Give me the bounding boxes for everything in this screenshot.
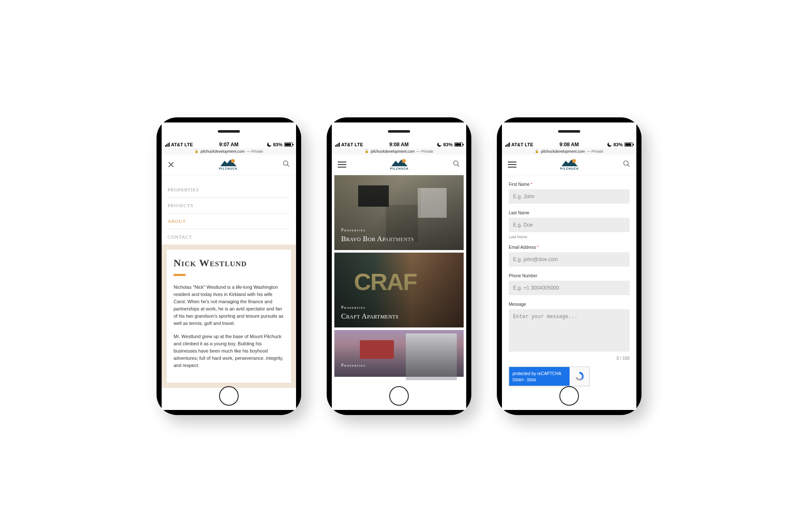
about-card: Nick Westlund Nicholas "Nick" Westlund i…	[167, 250, 291, 383]
home-button[interactable]	[219, 386, 239, 406]
battery-percent: 83%	[273, 142, 282, 147]
last-name-label: Last Name	[509, 211, 630, 215]
phone-label: Phone Number	[509, 273, 630, 278]
dnd-icon	[267, 142, 271, 147]
site-logo[interactable]: PILCHUCK	[219, 159, 238, 170]
status-time: 9:08 AM	[559, 142, 579, 148]
status-bar: AT&T LTE 9:08 AM 83%	[502, 122, 636, 148]
nav-item-contact[interactable]: Contact	[168, 229, 290, 245]
recaptcha-badge[interactable]: protected by reCAPTCHA Privacy - Terms	[509, 367, 590, 386]
phone-mockup-about: AT&T LTE 9:07 AM 83% 🔒pilchuckdevelopmen…	[157, 117, 301, 415]
property-title: Craft Apartments	[341, 312, 457, 321]
site-logo[interactable]: PILCHUCK	[390, 159, 409, 170]
site-header: PILCHUCK	[502, 155, 636, 175]
property-card-hampton[interactable]: Properties	[334, 330, 464, 377]
battery-icon	[284, 142, 293, 147]
property-card-craft[interactable]: Properties Craft Apartments	[334, 253, 464, 327]
first-name-input[interactable]	[509, 189, 630, 204]
lock-icon: 🔒	[194, 149, 199, 153]
char-counter: 0 / 180	[509, 356, 630, 361]
property-title: Bravo Bob Apartments	[341, 235, 457, 243]
property-category: Properties	[341, 305, 457, 310]
email-label: Email Address *	[509, 245, 630, 250]
about-paragraph-2: Mr. Westlund grew up at the base of Moun…	[174, 333, 284, 369]
svg-point-4	[453, 161, 458, 165]
phone-mockup-contact: AT&T LTE 9:08 AM 83% 🔒pilchuckdevelopmen…	[497, 117, 641, 415]
browser-url-bar[interactable]: 🔒pilchuckdevelopment.com — Private	[162, 148, 296, 155]
nav-item-about[interactable]: About	[168, 213, 290, 229]
message-label: Message	[509, 302, 630, 307]
carrier-label: AT&T LTE	[171, 142, 193, 147]
svg-point-7	[624, 161, 628, 165]
menu-icon[interactable]	[508, 162, 516, 168]
email-input[interactable]	[509, 252, 630, 267]
status-time: 9:08 AM	[389, 142, 409, 148]
home-button[interactable]	[559, 386, 579, 406]
phone-mockup-properties: AT&T LTE 9:08 AM 83% 🔒pilchuckdevelopmen…	[327, 117, 471, 415]
svg-line-8	[627, 165, 630, 167]
property-card-bravo-bob[interactable]: Properties Bravo Bob Apartments	[334, 175, 464, 250]
last-name-input[interactable]	[509, 218, 630, 232]
accent-bar	[174, 274, 185, 276]
home-button[interactable]	[389, 386, 409, 406]
about-paragraph-1: Nicholas "Nick" Westlund is a life-long …	[174, 284, 284, 327]
site-logo[interactable]: PILCHUCK	[560, 159, 579, 170]
nav-menu: Properties Projects About Contact	[162, 175, 296, 245]
dnd-icon	[607, 142, 612, 147]
property-category: Properties	[341, 363, 457, 367]
about-heading: Nick Westlund	[174, 257, 284, 269]
close-menu-icon[interactable]	[168, 161, 174, 168]
browser-url-bar[interactable]: 🔒pilchuckdevelopment.com — Private	[332, 148, 466, 155]
status-time: 9:07 AM	[219, 142, 239, 148]
search-icon[interactable]	[453, 160, 460, 169]
recaptcha-logo-icon	[570, 367, 589, 386]
svg-point-1	[283, 161, 288, 165]
contact-form: First Name * Last Name Last Name Email A…	[502, 175, 636, 393]
svg-line-5	[457, 165, 459, 167]
svg-line-2	[287, 165, 289, 167]
status-bar: AT&T LTE 9:08 AM 83%	[332, 122, 466, 148]
search-icon[interactable]	[282, 160, 290, 169]
nav-item-properties[interactable]: Properties	[168, 182, 290, 198]
search-icon[interactable]	[623, 160, 630, 169]
site-header: PILCHUCK	[332, 155, 466, 175]
message-textarea[interactable]	[509, 309, 630, 352]
menu-icon[interactable]	[338, 162, 346, 168]
phone-input[interactable]	[509, 281, 630, 295]
browser-url-bar[interactable]: 🔒pilchuckdevelopment.com — Private	[502, 148, 636, 155]
site-header: PILCHUCK	[162, 155, 296, 175]
nav-item-projects[interactable]: Projects	[168, 198, 290, 213]
property-category: Properties	[341, 228, 457, 232]
first-name-label: First Name *	[509, 182, 630, 187]
dnd-icon	[437, 142, 442, 147]
status-bar: AT&T LTE 9:07 AM 83%	[162, 122, 296, 148]
last-name-hint: Last Name	[509, 235, 630, 239]
